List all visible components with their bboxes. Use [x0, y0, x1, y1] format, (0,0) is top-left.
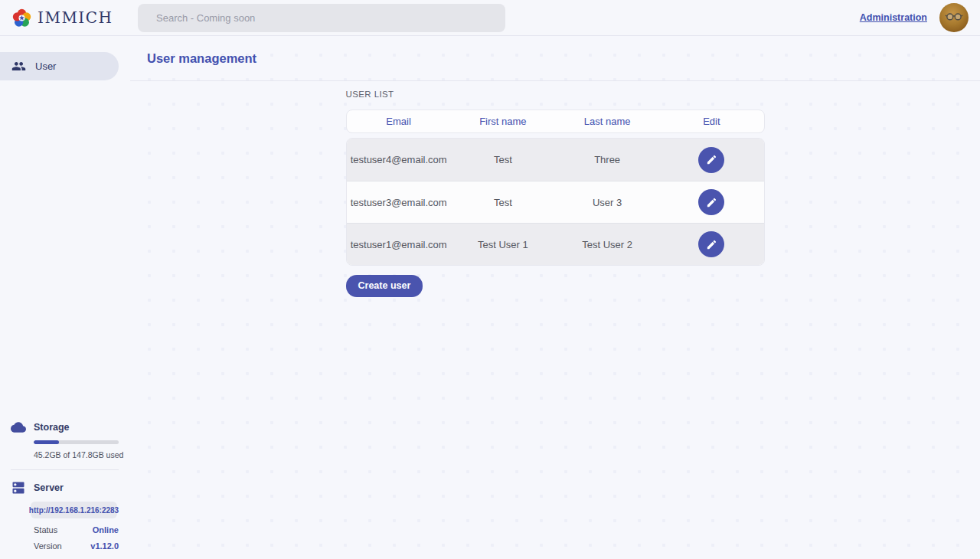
- server-status-row: Status Online: [34, 525, 119, 534]
- column-header-edit: Edit: [659, 116, 763, 127]
- top-bar: IMMICH Administration: [0, 0, 980, 36]
- cloud-icon: [11, 420, 26, 435]
- cell-email: testuser1@email.com: [347, 239, 451, 250]
- table-body: testuser4@email.com Test Three testuser3…: [346, 138, 765, 266]
- pencil-icon: [706, 154, 717, 165]
- table-row: testuser3@email.com Test User 3: [347, 181, 764, 223]
- storage-usage-text: 45.2GB of 147.8GB used: [34, 450, 130, 459]
- cell-first-name: Test User 1: [451, 239, 555, 250]
- cell-first-name: Test: [451, 197, 555, 208]
- status-label: Status: [34, 525, 57, 534]
- user-list-section: USER LIST Email First name Last name Edi…: [346, 81, 765, 297]
- version-value: v1.12.0: [90, 541, 119, 551]
- administration-link[interactable]: Administration: [860, 12, 927, 23]
- users-icon: [11, 59, 26, 74]
- cell-first-name: Test: [451, 154, 555, 165]
- edit-user-button[interactable]: [698, 189, 724, 215]
- storage-section-header: Storage: [0, 420, 130, 435]
- main-content: User management USER LIST Email First na…: [130, 36, 980, 559]
- dns-server-icon: [11, 480, 26, 495]
- edit-user-button[interactable]: [698, 147, 724, 173]
- search-input[interactable]: [138, 4, 505, 32]
- column-header-last-name: Last name: [555, 116, 659, 127]
- table-header-row: Email First name Last name Edit: [346, 110, 765, 133]
- sidebar-footer: Storage 45.2GB of 147.8GB used Server ht…: [0, 420, 130, 551]
- version-label: Version: [34, 541, 62, 551]
- pencil-icon: [706, 197, 717, 208]
- user-avatar[interactable]: [939, 3, 969, 32]
- section-label: USER LIST: [346, 90, 765, 99]
- footer-divider: [11, 469, 119, 470]
- pencil-icon: [706, 239, 717, 250]
- sidebar-item-label: User: [35, 60, 56, 72]
- app-title: IMMICH: [38, 8, 113, 27]
- edit-user-button[interactable]: [698, 231, 724, 257]
- column-header-first-name: First name: [451, 116, 555, 127]
- sidebar: User Storage 45.2GB of 147.8GB used Serv…: [0, 36, 130, 559]
- topbar-right: Administration: [860, 3, 980, 32]
- cell-email: testuser3@email.com: [347, 197, 451, 208]
- cell-last-name: Test User 2: [555, 239, 659, 250]
- sidebar-item-user[interactable]: User: [0, 52, 119, 80]
- immich-logo-icon: [11, 8, 32, 28]
- table-row: testuser1@email.com Test User 1 Test Use…: [347, 223, 764, 265]
- cell-last-name: Three: [555, 154, 659, 165]
- server-url: http://192.168.1.216:2283: [31, 502, 117, 518]
- column-header-email: Email: [347, 116, 451, 127]
- page-title: User management: [147, 51, 256, 66]
- status-value: Online: [93, 525, 119, 534]
- server-version-row: Version v1.12.0: [34, 541, 119, 551]
- table-row: testuser4@email.com Test Three: [347, 139, 764, 181]
- server-title: Server: [34, 482, 64, 493]
- server-section-header: Server: [0, 480, 130, 495]
- storage-title: Storage: [34, 422, 70, 433]
- create-user-button[interactable]: Create user: [346, 275, 423, 297]
- storage-progress-fill: [34, 440, 59, 444]
- search-bar[interactable]: [138, 4, 505, 32]
- glasses-avatar-image: [944, 8, 964, 28]
- page-header: User management: [130, 36, 980, 81]
- cell-email: testuser4@email.com: [347, 154, 451, 165]
- app-logo[interactable]: IMMICH: [11, 8, 113, 28]
- cell-last-name: User 3: [555, 197, 659, 208]
- storage-progress-bar: [34, 440, 119, 444]
